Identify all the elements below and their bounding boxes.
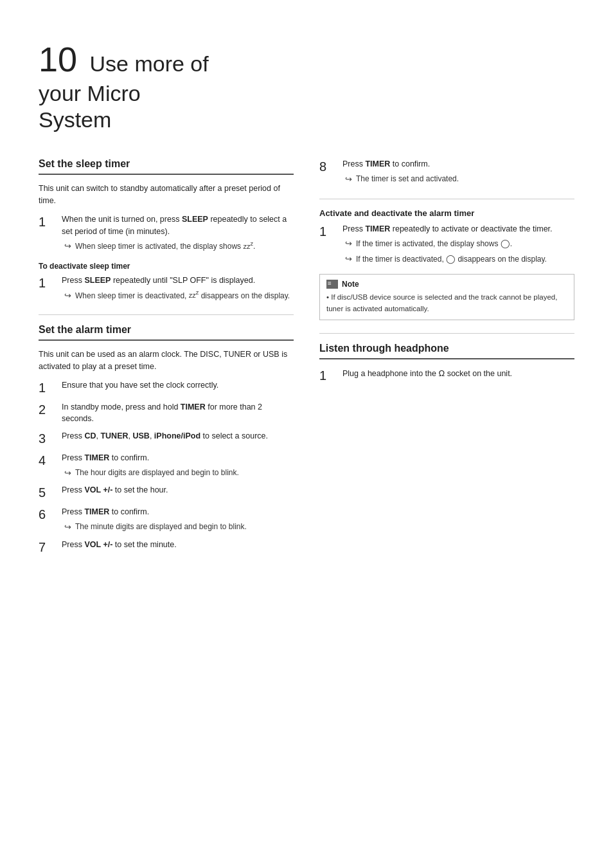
step-item: 7 Press VOL +/- to set the minute. <box>39 539 294 556</box>
step-content: Press TIMER to confirm. ↪ The timer is s… <box>342 158 574 185</box>
sleep-timer-intro: This unit can switch to standby automati… <box>39 183 294 207</box>
step-content: In standby mode, press and hold TIMER fo… <box>62 401 294 426</box>
bold-timer5: TIMER <box>365 224 390 233</box>
arrow-symbol: ↪ <box>64 467 71 480</box>
zzz-symbol2: zzz <box>189 291 199 299</box>
arrow-item: ↪ If the timer is activated, the display… <box>345 237 574 250</box>
step-item: 4 Press TIMER to confirm. ↪ The hour dig… <box>39 452 294 479</box>
arrow-text: The timer is set and activated. <box>356 173 459 186</box>
step-content: Ensure that you have set the clock corre… <box>62 379 294 396</box>
chapter-number: 10 <box>39 40 77 78</box>
alarm-symbol2: ◯ <box>446 254 456 264</box>
bold-sleep: SLEEP <box>182 215 208 224</box>
step-content: Press TIMER to confirm. ↪ The minute dig… <box>62 506 294 533</box>
note-header: Note <box>326 280 567 289</box>
note-icon <box>326 280 338 289</box>
step-item: 3 Press CD, TUNER, USB, iPhone/iPod to s… <box>39 430 294 447</box>
arrow-text: The hour digits are displayed and begin … <box>75 467 239 480</box>
arrow-symbol: ↪ <box>64 521 71 534</box>
bold-timer: TIMER <box>181 402 206 411</box>
step-number: 1 <box>319 367 337 384</box>
step-content: When the unit is turned on, press SLEEP … <box>62 213 294 253</box>
step-content: Press TIMER repeatedly to activate or de… <box>342 223 574 266</box>
step-item: 1 Press SLEEP repeatedly until "SLP OFF"… <box>39 275 294 302</box>
arrow-symbol2: ↪ <box>345 253 352 266</box>
step-content: Press TIMER to confirm. ↪ The hour digit… <box>62 452 294 479</box>
bold-timer3: TIMER <box>84 507 109 516</box>
left-column: Set the sleep timer This unit can switch… <box>39 158 294 564</box>
bold-iphone: iPhone/iPod <box>154 431 200 440</box>
headphone-title: Listen through headphone <box>319 343 574 359</box>
step-content: Press VOL +/- to set the minute. <box>62 539 294 556</box>
arrow-text: If the timer is activated, the display s… <box>356 237 512 250</box>
step-item: 6 Press TIMER to confirm. ↪ The minute d… <box>39 506 294 533</box>
alarm-timer-title: Set the alarm timer <box>39 324 294 341</box>
step-content: Plug a headphone into the Ω socket on th… <box>342 367 574 384</box>
note-text: • If disc/USB device source is selected … <box>326 292 567 314</box>
bold-vol2: VOL +/- <box>84 540 112 549</box>
bold-vol: VOL +/- <box>84 485 112 494</box>
zzz-symbol: zzz <box>243 242 253 250</box>
arrow-symbol: ↪ <box>64 240 71 253</box>
arrow-item: ↪ When sleep timer is activated, the dis… <box>64 240 294 253</box>
alarm-symbol: ◯ <box>501 239 510 248</box>
step-number: 7 <box>39 539 57 556</box>
step-item: 8 Press TIMER to confirm. ↪ The timer is… <box>319 158 574 185</box>
bold-timer4: TIMER <box>365 159 390 168</box>
bold-tuner: TUNER <box>100 431 128 440</box>
step-number: 3 <box>39 430 57 447</box>
chapter-title: 10 Use more ofyour MicroSystem <box>39 39 574 139</box>
arrow-item2: ↪ If the timer is deactivated, ◯ disappe… <box>345 253 574 266</box>
activate-alarm-steps: 1 Press TIMER repeatedly to activate or … <box>319 223 574 266</box>
headphone-steps: 1 Plug a headphone into the Ω socket on … <box>319 367 574 384</box>
step-number: 1 <box>39 275 57 302</box>
step-item: 1 Ensure that you have set the clock cor… <box>39 379 294 396</box>
arrow-item: ↪ When sleep timer is deactivated, zzz d… <box>64 289 294 302</box>
deactivate-sleep-steps: 1 Press SLEEP repeatedly until "SLP OFF"… <box>39 275 294 302</box>
step-item: 1 When the unit is turned on, press SLEE… <box>39 213 294 253</box>
step-item: 1 Press TIMER repeatedly to activate or … <box>319 223 574 266</box>
note-box: Note • If disc/USB device source is sele… <box>319 274 574 320</box>
arrow-symbol: ↪ <box>345 173 352 186</box>
sleep-timer-title: Set the sleep timer <box>39 158 294 175</box>
arrow-text: When sleep timer is activated, the displ… <box>75 240 255 253</box>
bold-usb: USB <box>132 431 149 440</box>
headphone-symbol: Ω <box>438 368 445 378</box>
arrow-symbol: ↪ <box>64 289 71 302</box>
bold-sleep2: SLEEP <box>84 276 111 285</box>
step-content: Press SLEEP repeatedly until "SLP OFF" i… <box>62 275 294 302</box>
bold-timer2: TIMER <box>84 453 109 462</box>
alarm-timer-intro: This unit can be used as an alarm clock.… <box>39 348 294 373</box>
sleep-timer-steps: 1 When the unit is turned on, press SLEE… <box>39 213 294 253</box>
arrow-symbol: ↪ <box>345 237 352 250</box>
deactivate-sleep-label: To deactivate sleep timer <box>39 262 294 271</box>
arrow-item: ↪ The hour digits are displayed and begi… <box>64 467 294 480</box>
activate-alarm-title: Activate and deactivate the alarm timer <box>319 208 574 218</box>
step-content: Press CD, TUNER, USB, iPhone/iPod to sel… <box>62 430 294 447</box>
alarm-timer-cont-steps: 8 Press TIMER to confirm. ↪ The timer is… <box>319 158 574 185</box>
step-number: 1 <box>39 213 57 253</box>
step-item: 1 Plug a headphone into the Ω socket on … <box>319 367 574 384</box>
step-number: 1 <box>319 223 337 266</box>
divider <box>39 314 294 315</box>
step-item: 5 Press VOL +/- to set the hour. <box>39 484 294 501</box>
note-label: Note <box>342 280 359 289</box>
step-number: 2 <box>39 401 57 426</box>
arrow-text: The minute digits are displayed and begi… <box>75 521 247 534</box>
step-number: 6 <box>39 506 57 533</box>
arrow-text: When sleep timer is deactivated, zzz dis… <box>75 289 290 302</box>
step-number: 5 <box>39 484 57 501</box>
step-item: 2 In standby mode, press and hold TIMER … <box>39 401 294 426</box>
step-number: 8 <box>319 158 337 185</box>
step-content: Press VOL +/- to set the hour. <box>62 484 294 501</box>
bold-cd: CD <box>84 431 96 440</box>
right-column: 8 Press TIMER to confirm. ↪ The timer is… <box>319 158 574 564</box>
divider3 <box>319 333 574 334</box>
arrow-text2: If the timer is deactivated, ◯ disappear… <box>356 253 547 266</box>
arrow-item: ↪ The minute digits are displayed and be… <box>64 521 294 534</box>
alarm-timer-steps: 1 Ensure that you have set the clock cor… <box>39 379 294 556</box>
step-number: 4 <box>39 452 57 479</box>
arrow-item: ↪ The timer is set and activated. <box>345 173 574 186</box>
divider2 <box>319 199 574 199</box>
step-number: 1 <box>39 379 57 396</box>
